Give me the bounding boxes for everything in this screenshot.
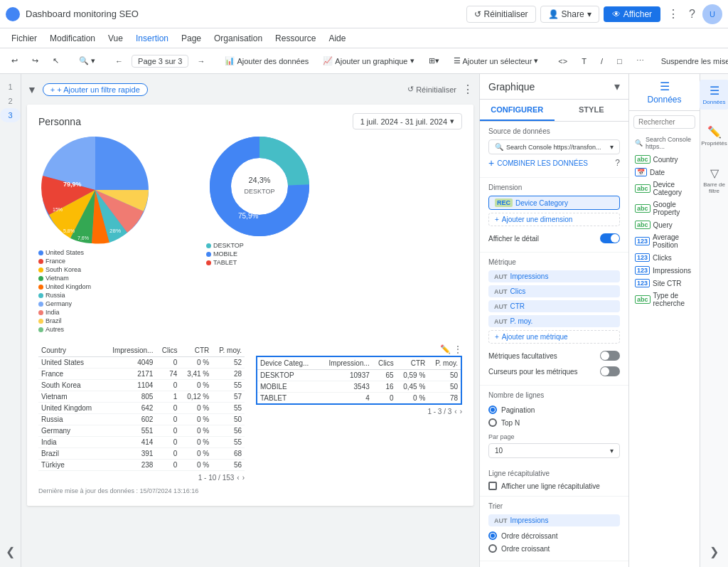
expand-left-icon[interactable]: ❮: [3, 542, 18, 561]
data-item-site-ctr[interactable]: 123 Site CTR: [629, 277, 700, 290]
radio-pagination[interactable]: [488, 406, 497, 414]
edit-icon[interactable]: ✏️: [440, 344, 451, 354]
menu-organisation[interactable]: Organisation: [208, 32, 268, 45]
forward-button[interactable]: →: [191, 55, 210, 68]
plus-icon: +: [495, 216, 499, 223]
prev-page-icon[interactable]: ‹: [237, 474, 239, 482]
tab-style[interactable]: STYLE: [555, 100, 629, 121]
text-button[interactable]: T: [576, 55, 592, 68]
add-metric-button[interactable]: + Ajouter une métrique: [488, 330, 620, 344]
add-data-button[interactable]: 📊 Ajouter des données: [219, 54, 314, 68]
topn-radio[interactable]: Top N: [488, 416, 620, 429]
next-page-icon[interactable]: ›: [242, 474, 245, 482]
page-2[interactable]: 2: [0, 94, 21, 108]
rect-button[interactable]: □: [611, 55, 628, 68]
afficher-detail-toggle[interactable]: [600, 233, 620, 243]
combine-button[interactable]: + COMBINER LES DONNÉES ?: [488, 154, 620, 171]
ligne-recap-checkbox-row: Afficher une ligne récapitulative: [488, 482, 620, 490]
source-section: Source de données 🔍 Search Console https…: [480, 122, 628, 178]
radio-decroissant[interactable]: [488, 531, 497, 540]
content-area: ▼ + + Ajouter un filtre rapide ↺ Réiniti…: [21, 74, 479, 567]
data-item-google-property[interactable]: abc Google Property: [629, 198, 700, 218]
search-input[interactable]: [633, 115, 695, 129]
data-item-query[interactable]: abc Query: [629, 218, 700, 231]
data-item-device-category[interactable]: abc Device Category: [629, 179, 700, 198]
data-item-clicks[interactable]: 123 Clicks: [629, 251, 700, 264]
share-button[interactable]: 👤 Share ▾: [540, 6, 599, 23]
menu-aide[interactable]: Aide: [323, 32, 351, 45]
radio-topn[interactable]: [488, 418, 497, 427]
metric-ctr[interactable]: AUT CTR: [488, 300, 620, 312]
metric-pmoy[interactable]: AUT P. moy.: [488, 315, 620, 327]
date-selector[interactable]: 1 juil. 2024 - 31 juil. 2024 ▾: [353, 113, 462, 129]
data-item-country[interactable]: abc Country: [629, 153, 700, 166]
suspend-updates-button[interactable]: Suspendre les mises à jour: [655, 55, 728, 68]
add-chart-button[interactable]: 📈 Ajouter un graphique ▾: [317, 54, 419, 68]
metric-clics[interactable]: AUT Clics: [488, 285, 620, 297]
page-sidebar: 1 2 3 ❮: [0, 74, 21, 567]
filter-more-button[interactable]: ⋮: [462, 83, 473, 96]
next-page-icon[interactable]: ›: [460, 408, 462, 415]
undo-button[interactable]: ↩: [6, 54, 23, 68]
plus-icon: +: [50, 85, 55, 94]
tab-proprietes[interactable]: ✏️ Propriétés: [698, 121, 728, 151]
reinit-small-button[interactable]: ↺ Réinitialiser: [407, 85, 456, 94]
per-page-label: Par page: [488, 433, 620, 440]
data-item-date[interactable]: 📅 Date: [629, 166, 700, 179]
data-item-type-recherche[interactable]: abc Type de recherche: [629, 290, 700, 309]
datasource-label: 🔍 Search Console https...: [629, 133, 700, 153]
more-shapes[interactable]: ⋯: [631, 54, 650, 68]
pagination-radio[interactable]: Pagination: [488, 403, 620, 416]
menu-ressource[interactable]: Ressource: [269, 32, 321, 45]
per-page-select[interactable]: 10 ▾: [488, 443, 620, 458]
line-button[interactable]: /: [595, 55, 609, 68]
tab-configurer[interactable]: CONFIGURER: [480, 100, 555, 121]
ordre-croissant-radio[interactable]: Ordre croissant: [488, 542, 620, 555]
data-item-avg-position[interactable]: 123 Average Position: [629, 231, 700, 251]
add-filter-button[interactable]: + + Ajouter un filtre rapide: [43, 83, 148, 96]
menu-page[interactable]: Page: [176, 32, 207, 45]
pie-legend: United States France South Korea Vietnam…: [38, 249, 195, 333]
more-options-button[interactable]: ⋮: [665, 4, 682, 23]
select-tool[interactable]: ↖: [47, 54, 65, 68]
redo-button[interactable]: ↪: [26, 54, 44, 68]
zoom-button[interactable]: 🔍 ▾: [73, 54, 101, 68]
sort-chip[interactable]: AUT Impressions: [488, 514, 620, 526]
add-selector-button[interactable]: ☰ Ajouter un sélecteur ▾: [448, 54, 545, 68]
ordre-decroissant-radio[interactable]: Ordre décroissant: [488, 529, 620, 542]
afficher-button[interactable]: 👁 Afficher: [604, 6, 660, 22]
avatar[interactable]: U: [702, 4, 722, 24]
menu-modification[interactable]: Modification: [44, 32, 101, 45]
menu-vue[interactable]: Vue: [102, 32, 129, 45]
page-1[interactable]: 1: [0, 80, 21, 94]
curseurs-toggle[interactable]: [600, 366, 620, 376]
reinit-button[interactable]: ↺ Réinitialiser: [466, 6, 536, 23]
add-dimension-button[interactable]: + Ajouter une dimension: [488, 213, 620, 226]
trier-section: Trier AUT Impressions Ordre décroissant …: [480, 497, 628, 561]
donnees-header: ☰ Données: [629, 74, 700, 111]
prev-page-icon[interactable]: ‹: [454, 408, 456, 415]
expand-right-icon[interactable]: ❯: [707, 542, 722, 561]
facultatives-toggle[interactable]: [600, 351, 620, 361]
grid-button[interactable]: ⊞▾: [423, 54, 445, 68]
ligne-recap-checkbox[interactable]: [488, 482, 497, 490]
page-3[interactable]: 3: [0, 108, 21, 122]
metric-impressions[interactable]: AUT Impressions: [488, 270, 620, 282]
share-icon: 👤: [548, 9, 559, 19]
back-button[interactable]: ←: [109, 55, 129, 68]
data-item-impressions[interactable]: 123 Impressions: [629, 264, 700, 277]
panel-chevron-icon[interactable]: ▾: [614, 80, 620, 93]
more-icon[interactable]: ⋮: [454, 344, 462, 354]
radio-croissant[interactable]: [488, 544, 497, 553]
code-view-button[interactable]: <>: [552, 55, 573, 68]
menu-insertion[interactable]: Insertion: [130, 32, 174, 45]
afficher-detail-row: Afficher le détail: [488, 230, 620, 246]
table-icon: ☰: [660, 80, 670, 93]
menu-fichier[interactable]: Fichier: [6, 32, 43, 45]
tab-donnees[interactable]: ☰ Données: [700, 80, 728, 110]
dimension-chip[interactable]: REC Device Category: [488, 196, 620, 210]
datasource-selector[interactable]: 🔍 Search Console https://transfon... ▾: [488, 139, 620, 154]
page-nav[interactable]: Page 3 sur 3: [132, 55, 188, 68]
tab-filtre[interactable]: ▽ Barre de filtre: [700, 162, 728, 198]
help-button[interactable]: ?: [686, 5, 698, 23]
